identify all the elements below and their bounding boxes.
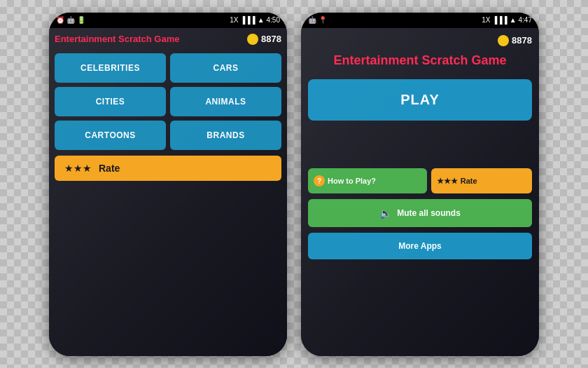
signal-bars: ▐▐▐ [240,16,255,24]
category-cities[interactable]: CITIES [55,87,166,116]
phone-2: 🤖 📍 1X ▐▐▐ ▲ 4:47 8878 Entertainment S [301,13,539,356]
wifi-icon: ▲ [258,16,265,24]
phones-container: ⏰ 🤖 🔋 1X ▐▐▐ ▲ 4:50 Entertainment Scratc… [0,0,588,368]
status-bar-2: 🤖 📍 1X ▐▐▐ ▲ 4:47 [301,13,539,28]
rate-button-2[interactable]: ★★★ Rate [431,168,532,193]
status-left-1: ⏰ 🤖 🔋 [56,16,85,24]
network-1x: 1X [230,16,238,24]
category-cartoons[interactable]: CARTOONS [55,121,166,150]
mute-label: Mute all sounds [397,208,461,218]
rate-label-1: Rate [99,163,120,174]
coin-score-1: 8878 [247,34,281,45]
bottom-row: ? How to Play? ★★★ Rate [308,168,532,193]
mute-sounds-button[interactable]: 🔈 Mute all sounds [308,199,532,227]
app-screen-2: 8878 Entertainment Scratch Game PLAY ? H… [301,28,539,356]
coin-icon-2 [498,35,509,46]
stars-1: ★★★ [64,163,92,174]
speaker-icon: 🔈 [379,207,391,219]
rate-bar-1[interactable]: ★★★ Rate [55,156,281,181]
app-header-2: 8878 [308,35,532,46]
clock-1: 4:50 [267,16,280,24]
category-brands[interactable]: BRANDS [170,121,281,150]
status-bar-1: ⏰ 🤖 🔋 1X ▐▐▐ ▲ 4:50 [49,13,287,28]
how-to-play-button[interactable]: ? How to Play? [308,168,427,193]
category-animals[interactable]: ANIMALS [170,87,281,116]
location-icon: 📍 [318,16,327,24]
rate-label-2: Rate [461,177,477,185]
status-right-2: 1X ▐▐▐ ▲ 4:47 [482,16,532,24]
app-title-2: Entertainment Scratch Game [308,53,532,69]
phone2-content: 8878 Entertainment Scratch Game PLAY ? H… [301,28,539,267]
android-icon-2: 🤖 [308,16,316,24]
android-icon: 🤖 [66,16,75,24]
category-grid: CELEBRITIES CARS CITIES ANIMALS CARTOONS… [55,53,281,150]
status-right-1: 1X ▐▐▐ ▲ 4:50 [230,16,280,24]
phone1-content: Entertainment Scratch Game 8878 CELEBRIT… [49,28,287,186]
question-icon: ? [314,175,325,186]
category-cars[interactable]: CARS [170,53,281,83]
play-button[interactable]: PLAY [308,79,532,121]
coin-score-2: 8878 [498,35,532,46]
stars-2: ★★★ [437,177,458,186]
status-left-2: 🤖 📍 [308,16,327,24]
network-1x-2: 1X [482,16,490,24]
clock-2: 4:47 [519,16,532,24]
how-to-label: How to Play? [328,177,376,185]
alarm-icon: ⏰ [56,16,64,24]
category-celebrities[interactable]: CELEBRITIES [55,53,166,83]
score-value-1: 8878 [261,34,281,44]
coin-icon-1 [247,34,258,45]
more-apps-button[interactable]: More Apps [308,233,532,259]
phone-1: ⏰ 🤖 🔋 1X ▐▐▐ ▲ 4:50 Entertainment Scratc… [49,13,287,356]
score-value-2: 8878 [512,35,532,46]
battery-icon: 🔋 [77,16,85,24]
wifi-icon-2: ▲ [510,16,517,24]
app-title-1: Entertainment Scratch Game [55,34,179,44]
app-screen-1: Entertainment Scratch Game 8878 CELEBRIT… [49,28,287,356]
app-header-1: Entertainment Scratch Game 8878 [55,34,281,45]
signal-bars-2: ▐▐▐ [492,16,507,24]
